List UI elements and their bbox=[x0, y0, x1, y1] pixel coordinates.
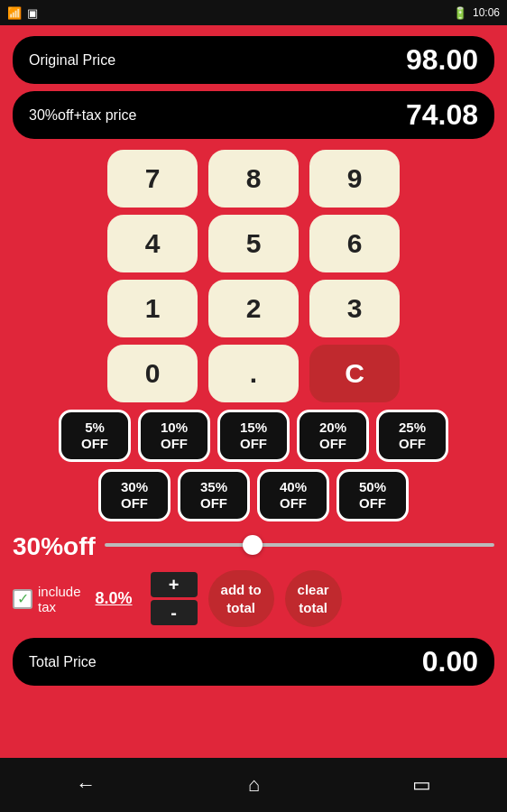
numpad-row-2: 4 5 6 bbox=[107, 215, 400, 272]
num-btn-8[interactable]: 8 bbox=[208, 150, 299, 208]
slider-thumb[interactable] bbox=[243, 535, 263, 555]
slider-track[interactable] bbox=[105, 543, 494, 547]
off-btn-50[interactable]: 50%OFF bbox=[336, 469, 409, 521]
off-btn-40[interactable]: 40%OFF bbox=[257, 469, 329, 521]
numpad-row-4: 0 . C bbox=[107, 345, 400, 402]
minus-button[interactable]: - bbox=[151, 600, 198, 625]
message-icon: ▣ bbox=[27, 6, 38, 20]
recents-button[interactable]: ▭ bbox=[412, 773, 431, 797]
off-btn-25[interactable]: 25%OFF bbox=[376, 410, 448, 462]
main-content: Original Price 98.00 30%off+tax price 74… bbox=[0, 25, 507, 758]
plus-minus-controls: + - bbox=[151, 572, 198, 625]
numpad-row-1: 7 8 9 bbox=[107, 150, 400, 208]
original-price-value: 98.00 bbox=[406, 43, 478, 77]
off-btn-5[interactable]: 5%OFF bbox=[59, 410, 131, 462]
bottom-controls: ✓ includetax 8.0% + - add tototal cleart… bbox=[13, 570, 494, 627]
battery-icon: 🔋 bbox=[453, 6, 467, 20]
num-btn-1[interactable]: 1 bbox=[107, 280, 198, 337]
off-btn-10[interactable]: 10%OFF bbox=[138, 410, 210, 462]
back-button[interactable]: ← bbox=[76, 773, 96, 797]
clear-total-button[interactable]: cleartotal bbox=[285, 570, 342, 627]
off-btn-30[interactable]: 30%OFF bbox=[98, 469, 171, 521]
include-tax-container: ✓ includetax bbox=[13, 584, 81, 614]
numpad-row-3: 1 2 3 bbox=[107, 280, 400, 337]
checkmark-icon: ✓ bbox=[17, 590, 29, 607]
home-button[interactable]: ⌂ bbox=[248, 773, 260, 797]
include-tax-label: includetax bbox=[38, 584, 81, 614]
num-btn-0[interactable]: 0 bbox=[107, 345, 198, 402]
off-btn-20[interactable]: 20%OFF bbox=[297, 410, 369, 462]
num-btn-9[interactable]: 9 bbox=[309, 150, 400, 208]
total-price-value: 0.00 bbox=[422, 645, 478, 678]
total-price-display: Total Price 0.00 bbox=[13, 638, 494, 686]
off-buttons-row2: 30%OFF 35%OFF 40%OFF 50%OFF bbox=[13, 469, 494, 521]
original-price-label: Original Price bbox=[29, 52, 115, 69]
num-btn-4[interactable]: 4 bbox=[107, 215, 198, 272]
include-tax-checkbox[interactable]: ✓ bbox=[13, 589, 32, 609]
discount-price-display: 30%off+tax price 74.08 bbox=[13, 91, 494, 139]
total-price-label: Total Price bbox=[29, 654, 97, 670]
num-btn-clear[interactable]: C bbox=[309, 345, 400, 402]
off-btn-35[interactable]: 35%OFF bbox=[178, 469, 250, 521]
off-btn-15[interactable]: 15%OFF bbox=[217, 410, 290, 462]
add-to-total-button[interactable]: add tototal bbox=[208, 570, 274, 627]
time-display: 10:06 bbox=[473, 6, 500, 19]
status-left-icons: 📶 ▣ bbox=[7, 6, 38, 20]
discount-price-value: 74.08 bbox=[406, 98, 478, 132]
num-btn-3[interactable]: 3 bbox=[309, 280, 400, 337]
num-btn-7[interactable]: 7 bbox=[107, 150, 198, 208]
tax-rate-display[interactable]: 8.0% bbox=[96, 589, 133, 608]
num-btn-dot[interactable]: . bbox=[208, 345, 299, 402]
status-bar: 📶 ▣ 🔋 10:06 bbox=[0, 0, 507, 25]
sim-icon: 📶 bbox=[7, 6, 22, 20]
num-btn-5[interactable]: 5 bbox=[208, 215, 299, 272]
original-price-display: Original Price 98.00 bbox=[13, 36, 494, 84]
num-btn-6[interactable]: 6 bbox=[309, 215, 400, 272]
num-btn-2[interactable]: 2 bbox=[208, 280, 299, 337]
plus-button[interactable]: + bbox=[151, 572, 198, 597]
status-right: 🔋 10:06 bbox=[453, 6, 500, 20]
nav-bar: ← ⌂ ▭ bbox=[0, 758, 507, 812]
off-buttons-row1: 5%OFF 10%OFF 15%OFF 20%OFF 25%OFF bbox=[13, 410, 494, 462]
discount-price-label: 30%off+tax price bbox=[29, 107, 136, 124]
slider-label: 30%off bbox=[13, 532, 96, 561]
numpad: 7 8 9 4 5 6 1 2 3 0 . C bbox=[13, 150, 494, 402]
slider-row: 30%off bbox=[13, 529, 494, 561]
